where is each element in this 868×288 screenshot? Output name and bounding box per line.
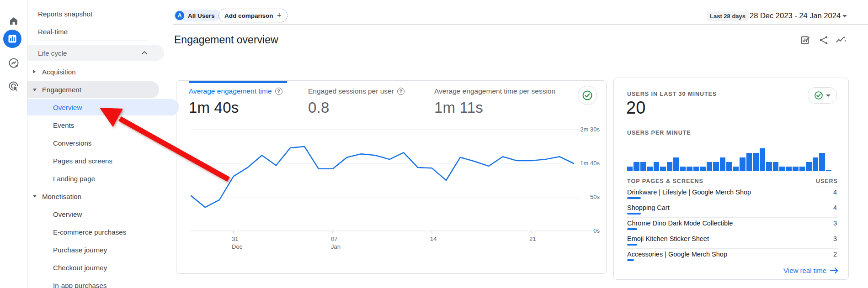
x-tick-label: 14 xyxy=(430,235,437,243)
triangle-down-icon[interactable] xyxy=(33,89,37,91)
page-users: 3 xyxy=(833,235,837,242)
insights-icon[interactable] xyxy=(835,35,846,46)
check-circle-icon xyxy=(814,91,823,100)
users-mini-bar xyxy=(627,259,634,261)
sidebar-item-label: E-commerce purchases xyxy=(53,228,126,236)
page-users: 4 xyxy=(833,189,837,196)
minute-bar xyxy=(779,167,785,171)
minute-bar xyxy=(746,153,752,171)
sidebar-item-real-time[interactable]: Real-time xyxy=(27,23,164,40)
sidebar-item-label: Pages and screens xyxy=(53,157,112,165)
reports-sidebar: Reports snapshot Real-time Life cycle Ac… xyxy=(27,0,160,288)
minute-bar xyxy=(726,162,732,171)
minute-bar xyxy=(819,153,825,171)
minute-bar xyxy=(793,167,798,171)
minute-bar xyxy=(773,162,778,171)
plus-icon: + xyxy=(277,11,282,20)
sidebar-item-label: Reports snapshot xyxy=(38,10,92,18)
segment-avatar: A xyxy=(175,11,184,20)
triangle-down-icon[interactable] xyxy=(33,195,37,198)
x-tick-label: 31Dec xyxy=(232,235,242,251)
chevron-up-icon[interactable] xyxy=(141,51,148,55)
sidebar-item-label: Events xyxy=(53,121,74,129)
sidebar-divider xyxy=(33,41,146,41)
table-row: Accessories | Google Merch Shop 2 xyxy=(627,249,838,264)
minute-bar xyxy=(627,167,633,171)
minute-bar xyxy=(766,162,772,171)
sidebar-section-life-cycle[interactable]: Life cycle xyxy=(27,45,164,61)
users-header[interactable]: USERS xyxy=(816,178,838,187)
chevron-down-icon[interactable] xyxy=(842,15,847,17)
add-comparison-button[interactable]: Add comparison + xyxy=(218,9,288,22)
page-name: Emoji Kitchen Sticker Sheet xyxy=(627,235,709,242)
page-name: Accessories | Google Merch Shop xyxy=(627,251,727,258)
sidebar-item-monetisation-overview[interactable]: Overview xyxy=(27,206,179,222)
date-range-picker[interactable]: 28 Dec 2023 - 24 Jan 2024 xyxy=(750,11,841,20)
sidebar-item-conversions[interactable]: Conversions xyxy=(27,135,179,151)
minute-bar xyxy=(707,162,712,171)
minute-bar xyxy=(806,162,811,171)
sidebar-item-engagement[interactable]: Engagement xyxy=(27,81,159,98)
sidebar-item-label: Engagement xyxy=(42,86,81,94)
sidebar-item-reports-snapshot[interactable]: Reports snapshot xyxy=(27,5,164,22)
y-tick-label: 0s xyxy=(593,227,600,234)
table-row: Shopping Cart 4 xyxy=(627,202,838,218)
page-users: 2 xyxy=(833,251,837,258)
y-tick-label: 50s xyxy=(590,194,600,200)
minute-bar xyxy=(753,153,758,171)
reports-icon[interactable] xyxy=(3,30,21,48)
sidebar-item-label: Real-time xyxy=(38,28,68,36)
minute-bar xyxy=(687,167,692,171)
sidebar-item-landing-page[interactable]: Landing page xyxy=(27,170,179,187)
page-name: Chrome Dino Dark Mode Collectible xyxy=(627,220,733,227)
sidebar-item-events[interactable]: Events xyxy=(27,117,179,133)
realtime-title: USERS IN LAST 30 MINUTES xyxy=(627,91,717,97)
view-real-time-link[interactable]: View real time xyxy=(783,267,838,274)
top-pages-table: Drinkware | Lifestyle | Google Merch Sho… xyxy=(627,187,838,264)
share-icon[interactable] xyxy=(818,35,829,46)
x-tick-label: 21 xyxy=(529,235,536,243)
minute-bar xyxy=(654,162,659,171)
users-per-minute-label: USERS PER MINUTE xyxy=(627,130,691,136)
top-pages-table-header: TOP PAGES & SCREENS USERS xyxy=(627,178,838,187)
sidebar-item-pages-and-screens[interactable]: Pages and screens xyxy=(27,152,179,169)
add-comparison-label: Add comparison xyxy=(224,12,273,19)
page-name: Shopping Cart xyxy=(627,204,670,211)
sidebar-item-engagement-overview[interactable]: Overview xyxy=(27,99,179,115)
minute-bar xyxy=(680,167,686,171)
users-per-minute-bar-chart xyxy=(627,148,831,171)
minute-bar xyxy=(786,167,792,171)
sidebar-item-label: Acquisition xyxy=(42,68,76,76)
view-real-time-label: View real time xyxy=(783,267,826,274)
segment-chip-label: All Users xyxy=(188,12,215,19)
sidebar-item-monetisation[interactable]: Monetisation xyxy=(27,188,159,204)
home-icon[interactable] xyxy=(8,15,20,27)
sidebar-item-checkout-journey[interactable]: Checkout journey xyxy=(27,259,179,276)
realtime-card: USERS IN LAST 30 MINUTES 20 USERS PER MI… xyxy=(613,78,849,280)
minute-bar xyxy=(660,167,666,171)
page-name: Drinkware | Lifestyle | Google Merch Sho… xyxy=(627,189,751,196)
advertising-icon[interactable] xyxy=(8,80,20,92)
segment-chip-all-users[interactable]: A All Users xyxy=(174,10,220,21)
chevron-down-icon xyxy=(826,94,831,97)
sidebar-item-in-app-purchases[interactable]: In-app purchases xyxy=(27,277,179,288)
sidebar-item-acquisition[interactable]: Acquisition xyxy=(27,63,159,80)
minute-bar xyxy=(634,162,639,171)
minute-bar xyxy=(640,162,646,171)
sidebar-item-ecommerce-purchases[interactable]: E-commerce purchases xyxy=(27,224,179,240)
top-pages-header[interactable]: TOP PAGES & SCREENS xyxy=(627,178,703,187)
explore-icon[interactable] xyxy=(8,57,20,69)
minute-bar xyxy=(760,148,765,171)
section-label: Life cycle xyxy=(38,49,67,57)
y-tick-label: 2m 30s xyxy=(580,126,600,133)
sidebar-item-label: Overview xyxy=(53,104,82,111)
table-row: Drinkware | Lifestyle | Google Merch Sho… xyxy=(627,187,838,202)
sidebar-item-purchase-journey[interactable]: Purchase journey xyxy=(27,241,179,258)
realtime-status-dropdown[interactable] xyxy=(808,87,837,104)
minute-bar xyxy=(733,167,739,171)
minute-bar xyxy=(740,157,745,171)
triangle-right-icon[interactable] xyxy=(33,70,36,73)
customize-report-icon[interactable] xyxy=(800,35,811,46)
minute-bar xyxy=(826,170,831,171)
minute-bar xyxy=(693,167,699,171)
